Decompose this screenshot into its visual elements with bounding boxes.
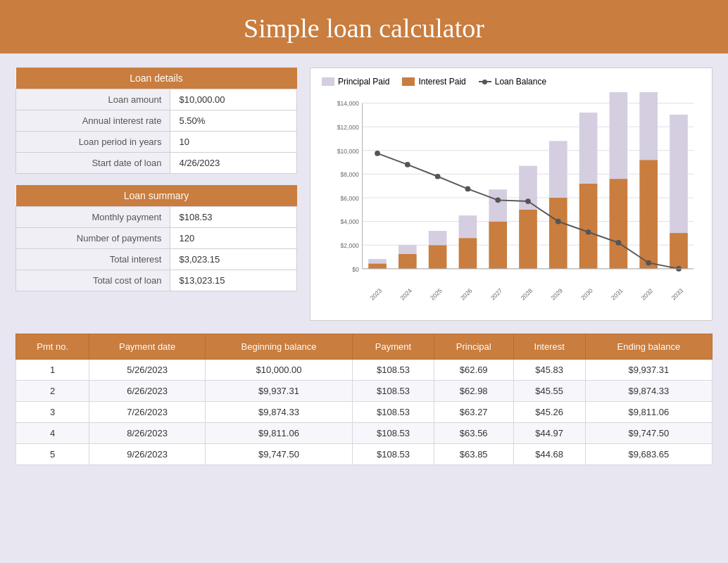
svg-text:2023: 2023 — [369, 287, 384, 302]
row-value: $108.53 — [170, 207, 297, 228]
svg-point-55 — [556, 219, 561, 224]
svg-point-49 — [375, 151, 380, 156]
svg-rect-17 — [368, 259, 387, 263]
svg-rect-35 — [549, 141, 567, 198]
svg-text:2031: 2031 — [610, 287, 625, 302]
svg-text:$12,000: $12,000 — [337, 124, 359, 131]
row-label: Monthly payment — [16, 207, 170, 228]
interest-legend-label: Interest Paid — [418, 77, 465, 87]
row-value: 4/26/2023 — [170, 153, 297, 174]
svg-rect-28 — [489, 222, 507, 269]
list-item: $63.85 — [434, 444, 513, 465]
top-section: Loan details Loan amount$10,000.00Annual… — [0, 68, 728, 321]
column-header: Payment date — [89, 334, 205, 360]
table-row: 15/26/2023$10,000.00$108.53$62.69$45.83$… — [16, 360, 713, 381]
list-item: $9,747.50 — [585, 423, 712, 444]
svg-text:$8,000: $8,000 — [340, 171, 359, 178]
svg-text:2025: 2025 — [429, 287, 444, 302]
legend-balance: Loan Balance — [479, 77, 546, 87]
list-item: $45.26 — [513, 402, 585, 423]
interest-legend-box — [402, 77, 415, 86]
legend-interest: Interest Paid — [402, 77, 465, 87]
svg-point-58 — [646, 260, 651, 266]
list-item: $108.53 — [353, 423, 434, 444]
svg-rect-46 — [670, 233, 688, 269]
column-header: Principal — [434, 334, 513, 360]
svg-rect-26 — [459, 215, 477, 238]
svg-rect-37 — [579, 184, 598, 269]
svg-text:$0: $0 — [352, 266, 359, 273]
row-value: $3,023.15 — [170, 249, 297, 270]
chart-area: $0$2,000$4,000$6,000$8,000$10,000$12,000… — [322, 92, 701, 303]
list-item: $9,874.33 — [585, 381, 712, 402]
list-item: $108.53 — [353, 360, 434, 381]
loan-details-header: Loan details — [16, 68, 297, 89]
list-item: $108.53 — [353, 381, 434, 402]
list-item: $63.56 — [434, 423, 513, 444]
table-row: Number of payments120 — [16, 228, 297, 249]
table-row: Total cost of loan$13,023.15 — [16, 270, 297, 291]
list-item: $10,000.00 — [205, 360, 353, 381]
table-row: 37/26/2023$9,874.33$108.53$63.27$45.26$9… — [16, 402, 713, 423]
list-item: 7/26/2023 — [89, 402, 205, 423]
row-label: Total interest — [16, 249, 170, 270]
svg-text:2029: 2029 — [549, 287, 564, 302]
list-item: $9,811.06 — [205, 423, 353, 444]
svg-point-50 — [405, 162, 410, 167]
list-item: $9,937.31 — [205, 381, 353, 402]
table-row: 59/26/2023$9,747.50$108.53$63.85$44.68$9… — [16, 444, 713, 465]
svg-rect-20 — [398, 245, 417, 254]
balance-legend-label: Loan Balance — [495, 77, 546, 87]
list-item: $44.68 — [513, 444, 585, 465]
table-row: 26/26/2023$9,937.31$108.53$62.98$45.55$9… — [16, 381, 713, 402]
svg-point-53 — [495, 198, 501, 203]
payment-table: Pmt no.Payment dateBeginning balancePaym… — [15, 334, 713, 465]
svg-point-57 — [616, 240, 622, 246]
row-value: 10 — [170, 132, 297, 153]
list-item: $9,683.65 — [585, 444, 712, 465]
svg-rect-34 — [549, 198, 567, 269]
svg-rect-38 — [579, 113, 598, 184]
svg-text:2027: 2027 — [489, 287, 504, 302]
column-header: Ending balance — [585, 334, 712, 360]
svg-rect-23 — [429, 231, 447, 245]
svg-text:2032: 2032 — [640, 287, 655, 302]
list-item: $108.53 — [353, 402, 434, 423]
list-item: $9,747.50 — [205, 444, 353, 465]
svg-rect-22 — [429, 245, 447, 269]
row-label: Total cost of loan — [16, 270, 170, 291]
list-item: $63.27 — [434, 402, 513, 423]
row-label: Loan period in years — [16, 132, 170, 153]
principal-legend-label: Principal Paid — [338, 77, 389, 87]
svg-rect-19 — [398, 254, 417, 269]
row-value: 120 — [170, 228, 297, 249]
chart-svg: $0$2,000$4,000$6,000$8,000$10,000$12,000… — [322, 92, 701, 303]
svg-rect-16 — [368, 263, 387, 269]
list-item: 5 — [16, 444, 89, 465]
svg-text:2030: 2030 — [579, 287, 594, 302]
svg-text:$14,000: $14,000 — [337, 100, 359, 107]
svg-rect-47 — [670, 115, 688, 233]
list-item: 8/26/2023 — [89, 423, 205, 444]
svg-text:$6,000: $6,000 — [340, 195, 359, 202]
list-item: $45.83 — [513, 360, 585, 381]
svg-text:$10,000: $10,000 — [337, 148, 359, 155]
column-header: Pmt no. — [16, 334, 89, 360]
list-item: $62.69 — [434, 360, 513, 381]
chart-legend: Principal Paid Interest Paid Loan Balanc… — [322, 77, 701, 87]
principal-legend-box — [322, 77, 334, 86]
svg-rect-41 — [610, 92, 628, 179]
row-label: Loan amount — [16, 89, 170, 110]
svg-rect-40 — [610, 179, 628, 269]
table-row: Loan period in years10 — [16, 132, 297, 153]
list-item: 1 — [16, 360, 89, 381]
svg-rect-31 — [519, 210, 537, 269]
list-item: 5/26/2023 — [89, 360, 205, 381]
svg-text:2024: 2024 — [398, 287, 413, 302]
svg-text:2033: 2033 — [670, 287, 685, 302]
loan-details-table: Loan details Loan amount$10,000.00Annual… — [15, 68, 297, 174]
table-row: Annual interest rate5.50% — [16, 110, 297, 132]
svg-text:$2,000: $2,000 — [340, 242, 359, 249]
svg-rect-29 — [489, 189, 507, 221]
row-label: Number of payments — [16, 228, 170, 249]
